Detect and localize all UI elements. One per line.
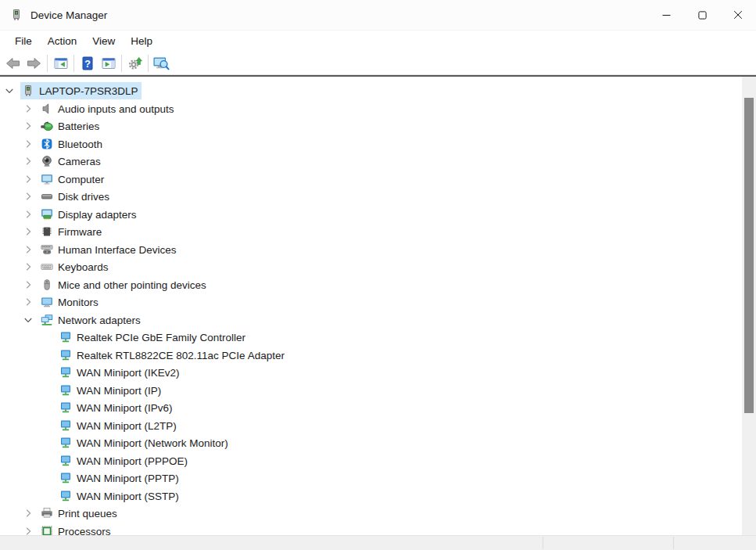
chevron-right-icon[interactable] bbox=[22, 296, 34, 308]
item-body: Firmware bbox=[39, 223, 105, 240]
chevron-right-icon[interactable] bbox=[22, 243, 34, 256]
chevron-placeholder bbox=[41, 384, 53, 397]
tree-item-realtek-pcie-gbe-family-controller[interactable]: Realtek PCIe GbE Family Controller bbox=[0, 329, 742, 347]
network-adapter-icon bbox=[59, 437, 72, 449]
chevron-right-icon[interactable] bbox=[22, 120, 34, 132]
tree-item-label: Bluetooth bbox=[58, 138, 102, 150]
network-adapter-icon bbox=[59, 419, 72, 432]
minimize-button[interactable] bbox=[648, 0, 684, 30]
minimize-icon bbox=[662, 11, 671, 20]
scan-for-hardware-changes-button[interactable] bbox=[124, 53, 145, 74]
tree-item-label: LAPTOP-7PSR3DLP bbox=[39, 84, 138, 97]
tree-item-batteries[interactable]: Batteries bbox=[0, 117, 742, 135]
tree-item-wan-miniport-network-monitor[interactable]: WAN Miniport (Network Monitor) bbox=[0, 434, 742, 452]
camera-icon bbox=[41, 155, 53, 167]
tree-item-laptop-7psr3dlp[interactable]: LAPTOP-7PSR3DLP bbox=[0, 82, 742, 100]
printer-icon bbox=[41, 507, 53, 519]
menu-help[interactable]: Help bbox=[123, 32, 160, 50]
chevron-right-icon[interactable] bbox=[22, 208, 34, 221]
tree-item-computer[interactable]: Computer bbox=[0, 171, 742, 189]
item-body: WAN Miniport (PPPOE) bbox=[58, 452, 191, 469]
tree-item-disk-drives[interactable]: Disk drives bbox=[0, 188, 742, 206]
maximize-button[interactable] bbox=[684, 0, 720, 30]
tree-item-wan-miniport-ip[interactable]: WAN Miniport (IP) bbox=[0, 382, 742, 400]
tree-item-label: Realtek PCIe GbE Family Controller bbox=[77, 331, 245, 343]
network-adapter-icon bbox=[59, 455, 72, 467]
chevron-right-icon[interactable] bbox=[22, 138, 34, 150]
tree-item-wan-miniport-sstp[interactable]: WAN Miniport (SSTP) bbox=[0, 487, 742, 505]
back-button[interactable] bbox=[2, 53, 23, 74]
show-action-pane-button[interactable] bbox=[98, 53, 119, 74]
chevron-right-icon[interactable] bbox=[22, 173, 34, 185]
chevron-right-icon[interactable] bbox=[22, 102, 34, 115]
tree-item-wan-miniport-pptp[interactable]: WAN Miniport (PPTP) bbox=[0, 469, 742, 487]
chevron-right-icon[interactable] bbox=[22, 190, 34, 203]
chevron-placeholder bbox=[41, 401, 53, 414]
tree-item-wan-miniport-pppoe[interactable]: WAN Miniport (PPPOE) bbox=[0, 452, 742, 470]
tree-item-wan-miniport-ipv6[interactable]: WAN Miniport (IPv6) bbox=[0, 399, 742, 417]
scrollbar-thumb[interactable] bbox=[744, 98, 754, 413]
search-computer-button[interactable] bbox=[151, 53, 172, 74]
menu-file[interactable]: File bbox=[7, 32, 40, 50]
tree-item-cameras[interactable]: Cameras bbox=[0, 153, 742, 171]
menu-view[interactable]: View bbox=[84, 32, 123, 50]
chevron-down-icon[interactable] bbox=[22, 314, 34, 326]
show-console-tree-button[interactable] bbox=[50, 53, 71, 74]
tree-item-wan-miniport-ikev2[interactable]: WAN Miniport (IKEv2) bbox=[0, 364, 742, 382]
tree-item-human-interface-devices[interactable]: Human Interface Devices bbox=[0, 241, 742, 259]
tree-item-print-queues[interactable]: Print queues bbox=[0, 505, 742, 523]
item-body: Realtek RTL8822CE 802.11ac PCIe Adapter bbox=[58, 347, 288, 364]
chevron-placeholder bbox=[41, 331, 53, 343]
tree-item-label: Realtek RTL8822CE 802.11ac PCIe Adapter bbox=[77, 349, 285, 361]
chevron-placeholder bbox=[41, 366, 53, 379]
titlebar: Device Manager bbox=[0, 0, 756, 30]
close-button[interactable] bbox=[720, 0, 756, 30]
toolbar-separator bbox=[121, 55, 122, 72]
item-body: WAN Miniport (IKEv2) bbox=[58, 364, 183, 381]
chevron-right-icon[interactable] bbox=[22, 507, 34, 519]
display-adapter-icon bbox=[41, 208, 53, 221]
menubar: FileActionViewHelp bbox=[0, 30, 756, 52]
tree-item-display-adapters[interactable]: Display adapters bbox=[0, 206, 742, 224]
tree-item-firmware[interactable]: Firmware bbox=[0, 223, 742, 241]
chevron-down-icon[interactable] bbox=[3, 84, 16, 97]
tree-item-label: WAN Miniport (Network Monitor) bbox=[77, 437, 228, 449]
tree-item-label: Keyboards bbox=[58, 261, 109, 273]
toolbar-separator bbox=[148, 55, 149, 72]
tree-item-realtek-rtl8822ce-802-11ac-pcie-adapter[interactable]: Realtek RTL8822CE 802.11ac PCIe Adapter bbox=[0, 347, 742, 365]
tree-item-bluetooth[interactable]: Bluetooth bbox=[0, 135, 742, 153]
forward-button[interactable] bbox=[23, 53, 45, 74]
chevron-right-icon[interactable] bbox=[22, 279, 34, 291]
selected-item-highlight: LAPTOP-7PSR3DLP bbox=[20, 82, 142, 99]
tree-item-label: Print queues bbox=[58, 507, 117, 519]
help-button[interactable]: ? bbox=[77, 53, 98, 74]
disk-drive-icon bbox=[41, 190, 53, 203]
tree-item-keyboards[interactable]: Keyboards bbox=[0, 258, 742, 276]
tree-item-processors[interactable]: Processors bbox=[0, 523, 742, 536]
menu-action[interactable]: Action bbox=[40, 32, 85, 50]
chevron-placeholder bbox=[41, 490, 53, 502]
chevron-right-icon[interactable] bbox=[22, 525, 34, 535]
tree-item-label: Processors bbox=[58, 525, 111, 535]
item-body: Processors bbox=[39, 523, 114, 535]
network-adapter-icon bbox=[59, 331, 72, 343]
tree-item-network-adapters[interactable]: Network adapters bbox=[0, 311, 742, 329]
battery-icon bbox=[41, 120, 53, 132]
network-adapter-icon bbox=[59, 490, 72, 502]
tree-item-label: Human Interface Devices bbox=[58, 243, 177, 256]
item-body: Cameras bbox=[39, 153, 104, 170]
chevron-right-icon[interactable] bbox=[22, 261, 34, 273]
vertical-scrollbar[interactable] bbox=[742, 77, 756, 535]
tree-item-wan-miniport-l2tp[interactable]: WAN Miniport (L2TP) bbox=[0, 417, 742, 435]
chevron-right-icon[interactable] bbox=[22, 225, 34, 238]
tree-item-mice-and-other-pointing-devices[interactable]: Mice and other pointing devices bbox=[0, 276, 742, 294]
network-adapter-icon bbox=[59, 366, 72, 379]
device-tree: LAPTOP-7PSR3DLPAudio inputs and outputsB… bbox=[0, 77, 742, 535]
chevron-right-icon[interactable] bbox=[22, 155, 34, 167]
item-body: Computer bbox=[39, 171, 107, 188]
tree-item-audio-inputs-and-outputs[interactable]: Audio inputs and outputs bbox=[0, 100, 742, 118]
window-controls bbox=[648, 0, 756, 30]
tree-item-label: WAN Miniport (IP) bbox=[77, 384, 161, 397]
tree-item-monitors[interactable]: Monitors bbox=[0, 293, 742, 311]
tree-item-label: WAN Miniport (IPv6) bbox=[77, 401, 173, 414]
